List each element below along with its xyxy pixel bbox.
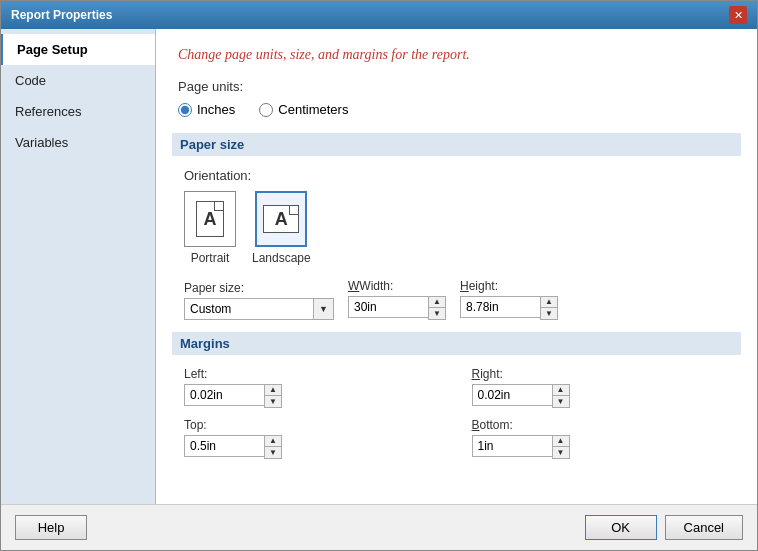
ok-button[interactable]: OK — [585, 515, 657, 540]
bottom-spinner-buttons: ▲ ▼ — [552, 435, 570, 459]
inches-radio[interactable] — [178, 103, 192, 117]
width-spinner-buttons: ▲ ▼ — [428, 296, 446, 320]
centimeters-option[interactable]: Centimeters — [259, 102, 348, 117]
bottom-spinner: ▲ ▼ — [472, 435, 730, 459]
main-content: Change page units, size, and margins for… — [156, 29, 757, 504]
paper-size-section-content: Orientation: A Portrait A Landsc — [178, 168, 735, 320]
landscape-box[interactable]: A — [255, 191, 307, 247]
bottom-margin-field: Bottom: ▲ ▼ — [472, 418, 730, 459]
cancel-button[interactable]: Cancel — [665, 515, 743, 540]
sidebar-item-references[interactable]: References — [1, 96, 155, 127]
right-margin-field: Right: ▲ ▼ — [472, 367, 730, 408]
height-input[interactable] — [460, 296, 540, 318]
height-label: Height: — [460, 279, 558, 293]
margins-section-header: Margins — [172, 332, 741, 355]
page-units-label: Page units: — [178, 79, 735, 94]
ok-cancel-group: OK Cancel — [585, 515, 743, 540]
paper-size-label: Paper size: — [184, 281, 334, 295]
bottom-label: Bottom: — [472, 418, 730, 432]
right-spinner: ▲ ▼ — [472, 384, 730, 408]
inches-label: Inches — [197, 102, 235, 117]
sidebar-item-variables[interactable]: Variables — [1, 127, 155, 158]
paper-size-select[interactable]: Custom — [184, 298, 314, 320]
height-spinner: ▲ ▼ — [460, 296, 558, 320]
landscape-icon: A — [263, 205, 299, 233]
width-up-button[interactable]: ▲ — [429, 297, 445, 308]
sidebar: Page Setup Code References Variables — [1, 29, 156, 504]
top-down-button[interactable]: ▼ — [265, 447, 281, 458]
left-down-button[interactable]: ▼ — [265, 396, 281, 407]
help-button[interactable]: Help — [15, 515, 87, 540]
top-margin-field: Top: ▲ ▼ — [184, 418, 442, 459]
centimeters-radio[interactable] — [259, 103, 273, 117]
left-input[interactable] — [184, 384, 264, 406]
portrait-option[interactable]: A Portrait — [184, 191, 236, 265]
report-properties-dialog: Report Properties ✕ Page Setup Code Refe… — [0, 0, 758, 551]
paper-size-row: Paper size: Custom ▼ WWidth: — [184, 279, 729, 320]
bottom-down-button[interactable]: ▼ — [553, 447, 569, 458]
width-input[interactable] — [348, 296, 428, 318]
centimeters-label: Centimeters — [278, 102, 348, 117]
paper-size-section-header: Paper size — [172, 133, 741, 156]
left-label: Left: — [184, 367, 442, 381]
bottom-up-button[interactable]: ▲ — [553, 436, 569, 447]
width-field: WWidth: ▲ ▼ — [348, 279, 446, 320]
inches-option[interactable]: Inches — [178, 102, 235, 117]
margins-section-content: Left: ▲ ▼ Right: — [178, 367, 735, 459]
sidebar-item-code[interactable]: Code — [1, 65, 155, 96]
dialog-body: Page Setup Code References Variables Cha… — [1, 29, 757, 504]
paper-size-dropdown-arrow[interactable]: ▼ — [314, 298, 334, 320]
height-field: Height: ▲ ▼ — [460, 279, 558, 320]
left-up-button[interactable]: ▲ — [265, 385, 281, 396]
right-spinner-buttons: ▲ ▼ — [552, 384, 570, 408]
width-spinner: ▲ ▼ — [348, 296, 446, 320]
sidebar-item-page-setup[interactable]: Page Setup — [1, 34, 155, 65]
width-label: WWidth: — [348, 279, 446, 293]
height-down-button[interactable]: ▼ — [541, 308, 557, 319]
width-down-button[interactable]: ▼ — [429, 308, 445, 319]
top-spinner-buttons: ▲ ▼ — [264, 435, 282, 459]
paper-size-field: Paper size: Custom ▼ — [184, 281, 334, 320]
left-spinner: ▲ ▼ — [184, 384, 442, 408]
portrait-icon: A — [196, 201, 224, 237]
dialog-footer: Help OK Cancel — [1, 504, 757, 550]
page-units-group: Inches Centimeters — [178, 102, 735, 117]
page-description: Change page units, size, and margins for… — [178, 47, 735, 63]
close-button[interactable]: ✕ — [729, 6, 747, 24]
portrait-label: Portrait — [191, 251, 230, 265]
height-up-button[interactable]: ▲ — [541, 297, 557, 308]
height-spinner-buttons: ▲ ▼ — [540, 296, 558, 320]
right-input[interactable] — [472, 384, 552, 406]
dialog-title: Report Properties — [11, 8, 112, 22]
left-spinner-buttons: ▲ ▼ — [264, 384, 282, 408]
title-bar: Report Properties ✕ — [1, 1, 757, 29]
top-label: Top: — [184, 418, 442, 432]
paper-size-select-wrapper: Custom ▼ — [184, 298, 334, 320]
portrait-box[interactable]: A — [184, 191, 236, 247]
landscape-label: Landscape — [252, 251, 311, 265]
top-spinner: ▲ ▼ — [184, 435, 442, 459]
landscape-option[interactable]: A Landscape — [252, 191, 311, 265]
bottom-input[interactable] — [472, 435, 552, 457]
top-input[interactable] — [184, 435, 264, 457]
left-margin-field: Left: ▲ ▼ — [184, 367, 442, 408]
margins-grid: Left: ▲ ▼ Right: — [184, 367, 729, 459]
right-label: Right: — [472, 367, 730, 381]
orientation-label: Orientation: — [184, 168, 729, 183]
top-up-button[interactable]: ▲ — [265, 436, 281, 447]
right-up-button[interactable]: ▲ — [553, 385, 569, 396]
orientation-group: A Portrait A Landscape — [184, 191, 729, 265]
right-down-button[interactable]: ▼ — [553, 396, 569, 407]
